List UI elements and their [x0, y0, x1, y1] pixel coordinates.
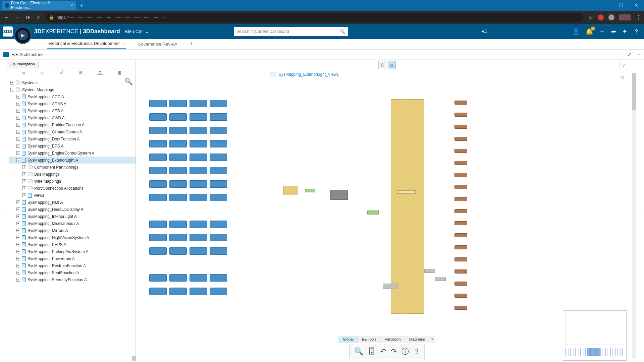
io-block[interactable]	[149, 167, 167, 174]
forward-button[interactable]: →	[13, 14, 21, 21]
io-block[interactable]	[190, 100, 207, 107]
expand-icon[interactable]: +	[16, 109, 20, 113]
menu-icon[interactable]: ⋮	[635, 14, 641, 21]
expand-icon[interactable]: +	[16, 123, 20, 127]
tool-share-icon[interactable]: ⇪	[414, 347, 420, 356]
ext2-icon[interactable]	[608, 14, 614, 20]
expand-icon[interactable]: +	[16, 243, 20, 246]
tree-node[interactable]: -System Mappings	[9, 86, 136, 93]
io-block[interactable]	[169, 194, 187, 201]
tree-node[interactable]: +Component Partitionings	[9, 164, 136, 171]
new-tab-button[interactable]: +	[78, 1, 86, 9]
io-block[interactable]	[190, 140, 207, 147]
project-dropdown[interactable]: Bleu Car⌄	[125, 29, 149, 34]
io-block[interactable]	[169, 100, 187, 107]
output-block[interactable]	[454, 306, 467, 310]
io-block[interactable]	[149, 234, 167, 241]
io-block[interactable]	[210, 221, 227, 228]
side-tool-mail-icon[interactable]: ✉	[78, 70, 84, 75]
btab-eetools[interactable]: EE Tools	[358, 336, 381, 343]
browser-tab[interactable]: Bleu Car - Electrical & Electronic… ×	[2, 1, 76, 10]
main-bus-block[interactable]	[391, 99, 424, 314]
io-block[interactable]	[210, 288, 227, 295]
expand-icon[interactable]: +	[16, 229, 20, 232]
panel-chevron-icon[interactable]: ⌄	[637, 51, 641, 58]
io-block[interactable]	[190, 127, 207, 134]
io-block[interactable]	[169, 274, 187, 282]
io-block[interactable]	[169, 127, 187, 134]
io-block[interactable]	[169, 247, 187, 255]
tree-node[interactable]: +Wire Mappings	[9, 178, 136, 185]
tree-node[interactable]: +SysMapping_EPS A	[9, 142, 136, 149]
diagram-canvas[interactable]: ⌬ ▥ ▽ SysMapping_ExteriorLight_View1 ×	[136, 60, 638, 362]
compass-icon[interactable]	[14, 26, 32, 44]
minimap[interactable]	[563, 310, 627, 361]
io-block[interactable]	[149, 274, 167, 282]
side-tool-list-icon[interactable]: ▭	[20, 70, 26, 75]
tab-governance[interactable]: Governance/Review	[136, 39, 178, 49]
mode-schematic-icon[interactable]: ▥	[388, 61, 396, 69]
io-block[interactable]	[190, 167, 207, 174]
side-tool-graph-icon[interactable]: ⎌	[40, 70, 46, 75]
io-block[interactable]	[149, 221, 167, 228]
tool-search-icon[interactable]: 🔍	[354, 347, 363, 356]
tag-icon[interactable]: 🏷	[481, 28, 487, 35]
tree-node[interactable]: +Views	[9, 192, 136, 199]
tree-node[interactable]: +SysMapping_EngineControlSystem A	[9, 149, 136, 157]
output-block[interactable]	[454, 149, 467, 153]
collapse-icon[interactable]: -	[16, 158, 20, 162]
btab-diagrams[interactable]: Diagrams	[405, 336, 429, 343]
connector-block[interactable]	[283, 186, 298, 195]
output-block[interactable]	[454, 294, 467, 298]
io-block[interactable]	[210, 180, 227, 188]
share-icon[interactable]: ➦	[611, 28, 616, 35]
io-block[interactable]	[169, 221, 187, 228]
io-block[interactable]	[149, 154, 167, 161]
tree-node[interactable]: +SysMapping_Micellaneous A	[9, 220, 136, 227]
io-block[interactable]	[210, 113, 227, 121]
expand-icon[interactable]: +	[16, 144, 20, 148]
io-block[interactable]	[190, 194, 207, 201]
expand-icon[interactable]: +	[16, 200, 20, 204]
view-link[interactable]: SysMapping_ExteriorLight_View1	[279, 72, 339, 77]
close-graph-icon[interactable]: ×	[620, 73, 625, 82]
expand-icon[interactable]: +	[16, 116, 20, 120]
node-1[interactable]	[424, 269, 435, 273]
tree-node[interactable]: +SysMapping_ADAS A	[9, 100, 136, 107]
output-block[interactable]	[454, 185, 467, 189]
io-block[interactable]	[149, 247, 167, 255]
expand-icon[interactable]: +	[16, 236, 20, 239]
expand-icon[interactable]: +	[16, 215, 20, 218]
io-block[interactable]	[210, 274, 227, 282]
expand-icon[interactable]: +	[16, 264, 20, 267]
tree-node[interactable]: +SysMapping_BrakingFunction A	[9, 121, 136, 128]
io-block[interactable]	[169, 167, 187, 174]
btab-validation[interactable]: Validation	[381, 336, 405, 343]
output-block[interactable]	[454, 161, 467, 165]
tool-db-icon[interactable]: 🗄	[368, 347, 375, 356]
home-button[interactable]: ⌂	[35, 14, 42, 21]
io-block[interactable]	[210, 100, 227, 107]
tree-node[interactable]: +SysMapping_PEPS A	[9, 241, 136, 248]
user-icon[interactable]: 👤	[572, 28, 580, 35]
io-block[interactable]	[149, 288, 167, 295]
node-3[interactable]	[383, 284, 397, 289]
io-block[interactable]	[169, 113, 187, 121]
tree-node[interactable]: +SysMapping_HeadUpDisplay A	[9, 206, 136, 213]
tree-node[interactable]: +SysMapping_RestrainFunciton A	[9, 262, 136, 269]
tree-node[interactable]: +SysMapping_ClimateControl A	[9, 128, 136, 135]
output-block[interactable]	[454, 257, 467, 261]
output-block[interactable]	[454, 233, 467, 237]
apps-icon[interactable]: ✦	[622, 28, 627, 35]
expand-icon[interactable]: +	[22, 179, 26, 183]
minimize-button[interactable]: —	[598, 0, 613, 11]
btab-global[interactable]: Global	[339, 336, 358, 343]
io-block[interactable]	[210, 127, 227, 134]
tab-ee-dev[interactable]: Electrical & Electronics Development ⌄	[47, 39, 126, 49]
collapse-icon[interactable]: -	[10, 88, 14, 92]
expand-icon[interactable]: +	[16, 257, 20, 260]
io-block[interactable]	[149, 100, 167, 107]
expand-icon[interactable]: +	[16, 222, 20, 225]
io-block[interactable]	[210, 247, 227, 255]
tree-node[interactable]: +SysMapping_SecrurityFunction A	[9, 276, 136, 283]
